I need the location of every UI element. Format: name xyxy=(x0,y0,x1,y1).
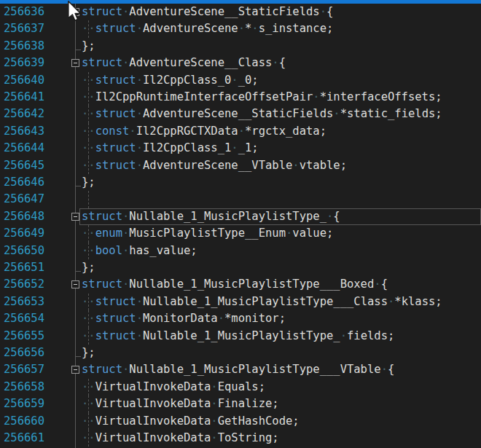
line-number[interactable]: 256656 xyxy=(4,345,44,361)
code-text[interactable]: ··struct·AdventureScene·*·s_instance; xyxy=(82,20,333,37)
code-text[interactable]: ··bool·has_value; xyxy=(82,243,198,259)
code-token: struct xyxy=(82,5,122,18)
whitespace-dots: · xyxy=(320,5,326,18)
code-line[interactable]: 256648struct·Nullable_1_MusicPlaylistTyp… xyxy=(0,208,481,225)
fold-collapse-icon[interactable] xyxy=(71,366,79,374)
line-number[interactable]: 256652 xyxy=(4,276,44,293)
line-number[interactable]: 256644 xyxy=(4,140,44,157)
line-number[interactable]: 256661 xyxy=(4,430,44,447)
code-line[interactable]: 256647 xyxy=(0,191,481,208)
whitespace-dots: · xyxy=(136,295,143,308)
line-number[interactable]: 256646 xyxy=(4,174,44,191)
line-number[interactable]: 256637 xyxy=(4,20,44,37)
code-line[interactable]: 256658··VirtualInvokeData·Equals; xyxy=(0,379,481,396)
whitespace-dots: · xyxy=(292,159,299,172)
whitespace-dots: · xyxy=(286,227,292,240)
line-number[interactable]: 256653 xyxy=(4,294,44,310)
whitespace-dots: ·· xyxy=(82,431,95,444)
code-text[interactable]: ··struct·Nullable_1_MusicPlaylistType___… xyxy=(82,294,442,310)
code-text[interactable]: ··struct·AdventureScene__StaticFields·*s… xyxy=(82,106,442,122)
code-text[interactable]: ··VirtualInvokeData·GetHashCode; xyxy=(82,413,300,430)
code-line[interactable]: 256656}; xyxy=(0,345,481,361)
code-text[interactable]: struct·Nullable_1_MusicPlaylistType___Bo… xyxy=(82,276,388,293)
code-line[interactable]: 256640··struct·Il2CppClass_0·_0; xyxy=(0,72,481,89)
code-text[interactable]: ··VirtualInvokeData·Equals; xyxy=(82,379,265,396)
code-line[interactable]: 256651}; xyxy=(0,259,481,276)
fold-collapse-icon[interactable] xyxy=(71,59,79,67)
code-token: struct xyxy=(82,363,122,376)
code-text[interactable]: ··struct·Il2CppClass_0·_0; xyxy=(82,72,259,89)
code-token: vtable; xyxy=(300,159,347,172)
code-line[interactable]: 256660··VirtualInvokeData·GetHashCode; xyxy=(0,413,481,430)
code-line[interactable]: 256657struct·Nullable_1_MusicPlaylistTyp… xyxy=(0,361,481,378)
line-number[interactable]: 256640 xyxy=(4,72,44,89)
code-token: bool xyxy=(95,244,122,257)
line-number[interactable]: 256643 xyxy=(4,123,44,140)
code-line[interactable]: 256652struct·Nullable_1_MusicPlaylistTyp… xyxy=(0,276,481,293)
code-line[interactable]: 256645··struct·AdventureScene__VTable·vt… xyxy=(0,157,481,174)
code-text[interactable]: ··VirtualInvokeData·ToString; xyxy=(82,430,279,447)
line-number[interactable]: 256639 xyxy=(4,55,44,71)
line-number[interactable]: 256636 xyxy=(4,4,44,20)
whitespace-dots: · xyxy=(136,107,143,120)
whitespace-dots: · xyxy=(231,141,238,154)
code-text[interactable]: ··Il2CppRuntimeInterfaceOffsetPair·*inte… xyxy=(82,89,442,106)
line-number[interactable]: 256657 xyxy=(4,361,44,378)
line-number[interactable]: 256638 xyxy=(4,38,44,55)
code-text[interactable]: }; xyxy=(82,174,95,191)
code-line[interactable]: 256661··VirtualInvokeData·ToString; xyxy=(0,430,481,447)
line-number[interactable]: 256645 xyxy=(4,157,44,174)
code-text[interactable]: ··const·Il2CppRGCTXData·*rgctx_data; xyxy=(82,123,326,140)
code-text[interactable]: ··struct·Il2CppClass_1·_1; xyxy=(82,140,259,157)
code-text[interactable]: }; xyxy=(82,345,95,361)
code-text[interactable]: ··VirtualInvokeData·Finalize; xyxy=(82,396,279,412)
line-number[interactable]: 256648 xyxy=(4,208,44,225)
whitespace-dots: · xyxy=(211,380,217,393)
code-line[interactable]: 256655··struct·Nullable_1_MusicPlaylistT… xyxy=(0,328,481,345)
code-line[interactable]: 256646}; xyxy=(0,174,481,191)
code-text[interactable]: }; xyxy=(82,38,95,55)
line-number[interactable]: 256651 xyxy=(4,259,44,276)
line-number[interactable]: 256649 xyxy=(4,225,44,242)
line-number[interactable]: 256647 xyxy=(4,191,44,208)
code-line[interactable]: 256650··bool·has_value; xyxy=(0,243,481,259)
code-text[interactable]: struct·Nullable_1_MusicPlaylistType___VT… xyxy=(82,361,394,378)
code-token: struct xyxy=(95,295,136,308)
code-text[interactable]: ··struct·MonitorData·*monitor; xyxy=(82,310,286,327)
code-text[interactable]: ··struct·AdventureScene__VTable·vtable; xyxy=(82,157,347,174)
fold-collapse-icon[interactable] xyxy=(71,213,79,221)
code-line[interactable]: 256643··const·Il2CppRGCTXData·*rgctx_dat… xyxy=(0,123,481,140)
code-line[interactable]: 256642··struct·AdventureScene__StaticFie… xyxy=(0,106,481,122)
line-number[interactable]: 256642 xyxy=(4,106,44,122)
code-text[interactable]: struct·AdventureScene__Class·{ xyxy=(82,55,286,71)
code-line[interactable]: 256644··struct·Il2CppClass_1·_1; xyxy=(0,140,481,157)
fold-collapse-icon[interactable] xyxy=(71,280,79,288)
code-line[interactable]: 256659··VirtualInvokeData·Finalize; xyxy=(0,396,481,412)
line-number[interactable]: 256654 xyxy=(4,310,44,327)
code-text[interactable]: ··struct·Nullable_1_MusicPlaylistType_·f… xyxy=(82,328,394,345)
code-line[interactable]: 256649··enum·MusicPlaylistType__Enum·val… xyxy=(0,225,481,242)
code-rows: 256636struct·AdventureScene__StaticField… xyxy=(0,0,481,448)
code-line[interactable]: 256654··struct·MonitorData·*monitor; xyxy=(0,310,481,327)
line-number[interactable]: 256641 xyxy=(4,89,44,106)
whitespace-dots: ·· xyxy=(82,312,95,325)
code-line[interactable]: 256638}; xyxy=(0,38,481,55)
line-number[interactable]: 256658 xyxy=(4,379,44,396)
line-number[interactable]: 256650 xyxy=(4,243,44,259)
whitespace-dots: · xyxy=(374,278,380,291)
code-token: struct xyxy=(95,329,136,342)
code-token: struct xyxy=(95,159,136,172)
code-text[interactable]: struct·AdventureScene__StaticFields·{ xyxy=(82,4,333,20)
code-token: has_value; xyxy=(129,244,197,257)
fold-end-tick xyxy=(76,50,81,50)
line-number[interactable]: 256659 xyxy=(4,396,44,412)
line-number[interactable]: 256660 xyxy=(4,413,44,430)
code-line[interactable]: 256641··Il2CppRuntimeInterfaceOffsetPair… xyxy=(0,89,481,106)
code-text[interactable]: ··enum·MusicPlaylistType__Enum·value; xyxy=(82,225,333,242)
code-text[interactable]: }; xyxy=(82,259,95,276)
code-line[interactable]: 256639struct·AdventureScene__Class·{ xyxy=(0,55,481,71)
code-token: MonitorData xyxy=(143,312,218,325)
line-number[interactable]: 256655 xyxy=(4,328,44,345)
code-token: { xyxy=(388,363,394,376)
code-line[interactable]: 256653··struct·Nullable_1_MusicPlaylistT… xyxy=(0,294,481,310)
